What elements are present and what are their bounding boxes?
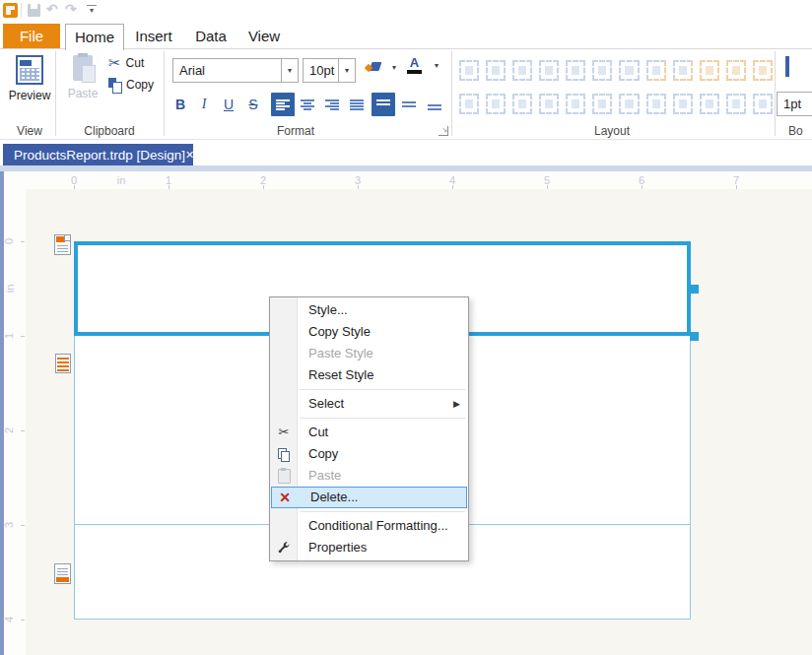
detail-section-icon[interactable] bbox=[55, 354, 71, 373]
vertical-ruler bbox=[4, 189, 26, 655]
tab-file[interactable]: File bbox=[3, 24, 60, 48]
menu-item-copy-style[interactable]: Copy Style bbox=[270, 321, 468, 343]
format-dialog-launcher-icon[interactable]: ↘ bbox=[439, 126, 448, 136]
menu-item-select[interactable]: Select ▶ bbox=[270, 393, 468, 415]
menu-item-style[interactable]: Style... bbox=[270, 299, 468, 321]
menu-item-paste-style: Paste Style bbox=[270, 343, 468, 364]
bold-button[interactable]: B bbox=[169, 93, 192, 116]
divider bbox=[775, 51, 776, 136]
ruler-tick bbox=[74, 185, 75, 189]
align-rights-icon[interactable] bbox=[539, 60, 559, 81]
paste-button[interactable]: Paste bbox=[63, 55, 102, 100]
tab-data[interactable]: Data bbox=[188, 24, 234, 48]
ruler-tick bbox=[21, 241, 25, 242]
valign-bottom-icon bbox=[428, 99, 441, 110]
valign-top-button[interactable] bbox=[372, 93, 395, 116]
underline-button[interactable]: U bbox=[217, 93, 240, 116]
background-color-button[interactable]: ▾ bbox=[366, 61, 400, 73]
paste-icon bbox=[275, 465, 293, 487]
border-width-combobox[interactable]: 1pt bbox=[777, 92, 812, 116]
snap-to-grid-icon[interactable] bbox=[646, 60, 666, 81]
align-right-button[interactable] bbox=[320, 93, 344, 116]
menu-item-conditional-formatting[interactable]: Conditional Formatting... bbox=[270, 515, 468, 537]
align-centers-icon[interactable] bbox=[512, 60, 532, 81]
decrease-vertical-spacing-icon[interactable] bbox=[619, 94, 639, 114]
ruler-tick bbox=[642, 185, 643, 189]
tab-view[interactable]: View bbox=[241, 24, 287, 48]
preview-button[interactable]: Preview bbox=[8, 55, 51, 102]
menu-item-copy[interactable]: Copy bbox=[270, 443, 468, 465]
same-width-icon[interactable] bbox=[459, 94, 479, 114]
menu-item-paste: Paste bbox=[270, 465, 468, 487]
paste-label: Paste bbox=[68, 87, 99, 100]
italic-button[interactable]: I bbox=[192, 93, 216, 116]
align-lefts-icon[interactable] bbox=[486, 60, 506, 81]
align-right-icon bbox=[325, 99, 339, 110]
menu-item-cut[interactable]: ✂ Cut bbox=[270, 422, 468, 443]
align-left-button[interactable] bbox=[271, 93, 295, 116]
chevron-down-icon[interactable]: ▾ bbox=[431, 61, 442, 70]
strikethrough-button[interactable]: S bbox=[241, 93, 265, 116]
align-center-button[interactable] bbox=[296, 93, 319, 116]
center-vertically-icon[interactable] bbox=[753, 60, 773, 81]
align-justify-button[interactable] bbox=[345, 93, 369, 116]
remove-vertical-spacing-icon[interactable] bbox=[646, 94, 666, 114]
size-to-content-icon[interactable] bbox=[700, 94, 719, 114]
chevron-down-icon[interactable]: ▾ bbox=[281, 59, 298, 82]
center-in-section-icon[interactable] bbox=[700, 60, 719, 81]
borders-icon bbox=[785, 56, 789, 77]
quick-access-more-icon[interactable]: ▾ bbox=[87, 5, 97, 16]
chevron-down-icon[interactable]: ▾ bbox=[388, 63, 400, 72]
paste-icon bbox=[73, 55, 93, 81]
valign-center-button[interactable] bbox=[397, 93, 421, 116]
resize-handle-right[interactable] bbox=[690, 285, 699, 294]
tab-insert[interactable]: Insert bbox=[127, 24, 180, 48]
align-to-grid-icon[interactable] bbox=[459, 60, 479, 81]
font-family-combobox[interactable]: Arial ▾ bbox=[172, 58, 299, 83]
redo-icon[interactable]: ↷ bbox=[65, 2, 77, 16]
decrease-horizontal-spacing-icon[interactable] bbox=[512, 94, 532, 114]
undo-icon[interactable]: ↶ bbox=[46, 2, 58, 16]
group-label-view: View bbox=[2, 124, 57, 138]
valign-bottom-button[interactable] bbox=[423, 93, 446, 116]
align-middles-icon[interactable] bbox=[592, 60, 612, 81]
ruler-unit-label: in bbox=[4, 285, 16, 294]
menu-item-reset-style[interactable]: Reset Style bbox=[270, 364, 468, 386]
cut-label: Cut bbox=[126, 56, 145, 70]
page-header-section-icon[interactable] bbox=[54, 234, 71, 255]
size-to-grid-icon[interactable] bbox=[673, 60, 693, 81]
align-bottoms-icon[interactable] bbox=[619, 60, 639, 81]
align-tops-icon[interactable] bbox=[566, 60, 585, 81]
copy-button[interactable]: Copy bbox=[108, 78, 154, 92]
send-to-back-icon[interactable] bbox=[753, 94, 773, 114]
cut-button[interactable]: ✂ Cut bbox=[108, 55, 144, 71]
page-footer-section-icon[interactable] bbox=[54, 563, 71, 584]
increase-vertical-spacing-icon[interactable] bbox=[592, 94, 612, 114]
align-justify-icon bbox=[350, 99, 364, 110]
ruler-tick bbox=[736, 185, 737, 189]
bring-to-front-icon[interactable] bbox=[726, 94, 746, 114]
preview-label: Preview bbox=[9, 89, 51, 102]
menu-item-properties[interactable]: Properties bbox=[270, 537, 468, 558]
submenu-arrow-icon: ▶ bbox=[453, 393, 460, 415]
save-icon[interactable] bbox=[28, 4, 40, 17]
increase-horizontal-spacing-icon[interactable] bbox=[486, 94, 506, 114]
font-color-button[interactable]: A ▾ bbox=[407, 57, 442, 74]
remove-horizontal-spacing-icon[interactable] bbox=[539, 94, 559, 114]
font-size-combobox[interactable]: 10pt ▾ bbox=[303, 58, 356, 83]
document-tab[interactable]: ProductsReport.trdp [Design] ✕ bbox=[3, 144, 193, 165]
title-bar: ↶ ↷ ▾ bbox=[0, 0, 812, 22]
tab-home[interactable]: Home bbox=[65, 24, 124, 50]
context-menu: Style... Copy Style Paste Style Reset St… bbox=[269, 296, 469, 561]
same-height-icon[interactable] bbox=[566, 94, 585, 114]
close-icon[interactable]: ✕ bbox=[185, 149, 194, 162]
border-style-button[interactable] bbox=[785, 58, 789, 76]
menu-item-delete[interactable]: ✕ Delete... bbox=[271, 487, 467, 508]
ruler-label: 4 bbox=[3, 617, 15, 622]
center-horizontally-icon[interactable] bbox=[726, 60, 746, 81]
resize-handle-bottom-right[interactable] bbox=[690, 332, 699, 341]
same-size-icon[interactable] bbox=[673, 94, 693, 114]
layout-tools-row-1 bbox=[459, 60, 773, 81]
layout-tools-row-2 bbox=[459, 94, 773, 114]
chevron-down-icon[interactable]: ▾ bbox=[338, 59, 355, 82]
